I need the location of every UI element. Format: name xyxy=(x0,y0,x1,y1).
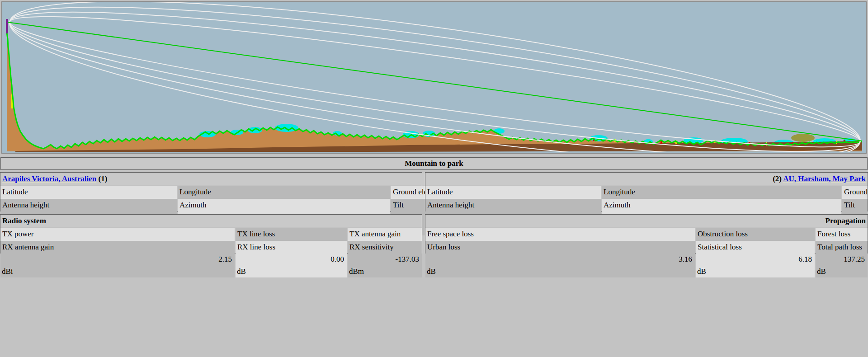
row-label: TX power xyxy=(0,228,235,240)
row-value: 6.18 xyxy=(696,253,815,265)
page-title: Mountain to park xyxy=(405,159,463,168)
site2-header: (2) AU, Harsham, May Park xyxy=(425,173,868,185)
row-label: Forest loss xyxy=(816,228,868,240)
table-row: Urban loss 3.16 dB xyxy=(425,241,695,253)
row-unit: dB xyxy=(816,265,868,277)
table-row: Longitude 141.835922 ° xyxy=(178,186,390,198)
table-row: Ground elevation 132.6 m xyxy=(842,186,868,198)
row-label: Obstruction loss xyxy=(696,228,815,240)
site1-header: Arapiles Victoria, Australien (1) xyxy=(0,173,447,185)
site2-panel: (2) AU, Harsham, May Park Latitude -36.7… xyxy=(425,172,868,254)
table-row: TX line loss 0.00 dB xyxy=(236,228,347,240)
sky-background xyxy=(2,2,866,152)
terrain-profile-chart xyxy=(1,1,867,154)
row-label: Azimuth xyxy=(602,199,841,211)
row-label: RX antenna gain xyxy=(0,241,235,253)
row-label: Latitude xyxy=(425,186,601,198)
row-label: Free space loss xyxy=(425,228,695,240)
row-label: Total path loss xyxy=(816,241,868,253)
table-row: RX sensitivity -137.03 dBm xyxy=(348,241,422,253)
table-row: Latitude -36.752258 ° xyxy=(0,186,177,198)
row-label: Tilt xyxy=(842,199,868,211)
row-label: Longitude xyxy=(602,186,841,198)
radio-system-header: Radio system xyxy=(0,215,422,227)
row-value: 3.16 xyxy=(425,253,695,265)
row-label: RX sensitivity xyxy=(348,241,422,253)
row-unit: dB xyxy=(236,265,347,277)
radio-system-table: Radio system TX power 13.98 dBm TX line … xyxy=(0,214,422,254)
site1-table: Arapiles Victoria, Australien (1) Latitu… xyxy=(0,172,422,211)
table-row: Forest loss 1.00 dB xyxy=(816,228,868,240)
site1-index: (1) xyxy=(96,174,107,183)
row-unit: dBm xyxy=(348,265,422,277)
row-label: Latitude xyxy=(0,186,177,198)
site2-link[interactable]: AU, Harsham, May Park xyxy=(783,174,866,183)
row-label: Antenna height xyxy=(425,199,601,211)
table-row: TX power 13.98 dBm xyxy=(0,228,235,240)
propagation-header: Propagation xyxy=(425,215,868,227)
row-value: -137.03 xyxy=(348,253,422,265)
table-row: Obstruction loss 5.50 dB xyxy=(696,228,815,240)
row-label: TX antenna gain xyxy=(348,228,422,240)
row-label: Longitude xyxy=(178,186,390,198)
table-row: Azimuth 261.85 TN | 251.79 MG ° xyxy=(602,199,841,211)
row-unit: dBi xyxy=(0,265,235,277)
row-value: 137.25 xyxy=(816,253,868,265)
propagation-table: Propagation Free space loss 121.41 dB Ob… xyxy=(425,214,868,254)
table-row: Statistical loss 6.18 dB xyxy=(696,241,815,253)
row-value: 2.15 xyxy=(0,253,235,265)
link-title-bar: Mountain to park xyxy=(0,157,868,170)
row-label: Urban loss xyxy=(425,241,695,253)
table-row: TX antenna gain 5.15 dBi xyxy=(348,228,422,240)
table-row: Latitude -36.711345 ° xyxy=(425,186,601,198)
site-panels: Arapiles Victoria, Australien (1) Latitu… xyxy=(0,172,868,254)
olive-patch xyxy=(791,134,815,142)
row-label: Azimuth xyxy=(178,199,390,211)
row-label: Statistical loss xyxy=(696,241,815,253)
table-row: Azimuth 82.06 TN | 72.15 MG ° xyxy=(178,199,390,211)
row-label: RX line loss xyxy=(236,241,347,253)
row-label: Ground elevation xyxy=(842,186,868,198)
site2-index: (2) xyxy=(773,174,783,183)
row-label: TX line loss xyxy=(236,228,347,240)
row-value: 0.00 xyxy=(236,253,347,265)
site1-link[interactable]: Arapiles Victoria, Australien xyxy=(2,174,96,183)
site2-table: (2) AU, Harsham, May Park Latitude -36.7… xyxy=(425,172,868,211)
row-unit: dB xyxy=(696,265,815,277)
table-row: Free space loss 121.41 dB xyxy=(425,228,695,240)
table-row: Total path loss 137.25 dB xyxy=(816,241,868,253)
row-label: Antenna height xyxy=(0,199,177,211)
tx-antenna-mast xyxy=(6,19,8,33)
table-row: Longitude 142.197150 ° xyxy=(602,186,841,198)
row-unit: dB xyxy=(425,265,695,277)
profile-svg xyxy=(2,2,866,152)
table-row: Tilt 0.30 ° xyxy=(842,199,868,211)
table-row: Antenna height 1.0 m xyxy=(425,199,601,211)
table-row: RX line loss 0.00 dB xyxy=(236,241,347,253)
table-row: RX antenna gain 2.15 dBi xyxy=(0,241,235,253)
site1-panel: Arapiles Victoria, Australien (1) Latitu… xyxy=(0,172,422,254)
table-row: Antenna height 25.0 m xyxy=(0,199,177,211)
